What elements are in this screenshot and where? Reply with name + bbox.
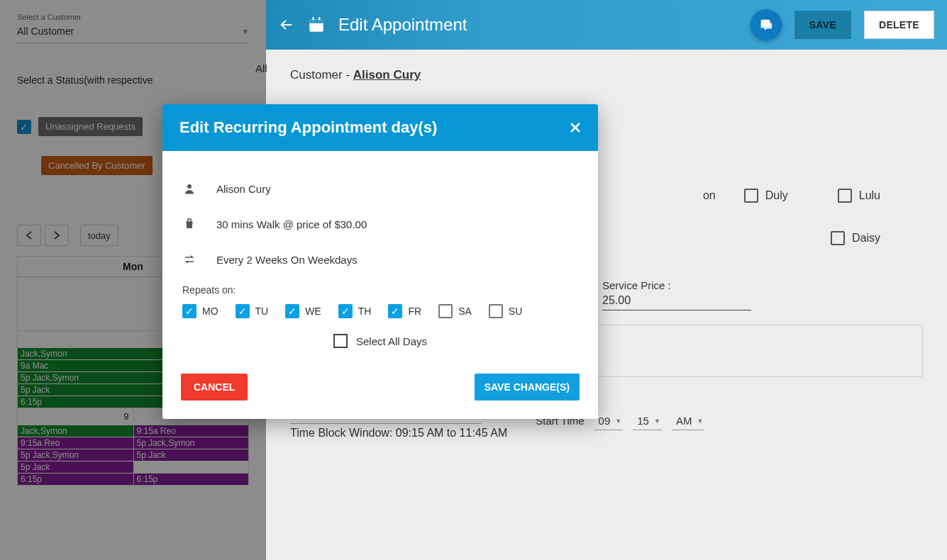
save-changes-button[interactable]: SAVE CHANGE(S) — [475, 374, 580, 401]
day-checkbox-th[interactable]: ✓ — [338, 304, 353, 318]
cancel-button[interactable]: CANCEL — [181, 374, 248, 401]
modal-title: Edit Recurring Appointment day(s) — [179, 118, 437, 137]
day-label: TU — [255, 306, 269, 317]
day-label: FR — [408, 306, 421, 317]
close-button[interactable] — [570, 122, 581, 133]
edit-recurring-modal: Edit Recurring Appointment day(s) Alison… — [162, 104, 598, 419]
day-th: ✓TH — [338, 304, 372, 318]
day-label: TH — [358, 306, 372, 317]
day-checkbox-su[interactable] — [489, 304, 503, 318]
day-su: SU — [489, 304, 522, 318]
day-checkbox-fr[interactable]: ✓ — [388, 304, 402, 318]
close-icon — [570, 122, 581, 133]
modal-service-text: 30 mins Walk @ price of $30.00 — [216, 218, 367, 230]
day-sa: SA — [438, 304, 472, 318]
svg-point-6 — [187, 184, 192, 189]
day-checkbox-tu[interactable]: ✓ — [236, 304, 250, 318]
day-label: WE — [305, 306, 321, 317]
modal-recurrence-text: Every 2 Weeks On Weekdays — [216, 254, 358, 266]
day-label: SA — [458, 306, 472, 317]
select-all-label: Select All Days — [356, 335, 427, 347]
day-label: MO — [202, 306, 218, 317]
day-checkbox-sa[interactable] — [438, 304, 453, 318]
day-checkbox-we[interactable]: ✓ — [285, 304, 299, 318]
day-checkbox-mo[interactable]: ✓ — [182, 304, 196, 318]
day-we: ✓WE — [285, 304, 321, 318]
day-fr: ✓FR — [388, 304, 421, 318]
repeat-icon — [182, 253, 196, 266]
modal-customer-name: Alison Cury — [216, 183, 271, 195]
bag-icon — [182, 218, 196, 230]
person-icon — [182, 182, 196, 195]
select-all-checkbox[interactable] — [333, 334, 348, 348]
day-mo: ✓MO — [182, 304, 218, 318]
day-label: SU — [509, 306, 522, 317]
repeats-on-label: Repeats on: — [182, 284, 578, 296]
day-tu: ✓TU — [236, 304, 269, 318]
